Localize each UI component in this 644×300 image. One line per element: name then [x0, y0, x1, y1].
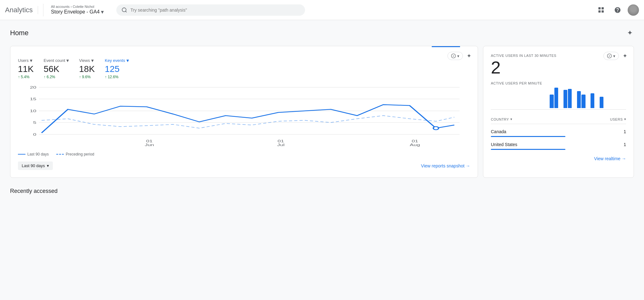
- realtime-bar: [600, 97, 603, 108]
- realtime-bar: [564, 90, 567, 108]
- legend-preceding: Preceding period: [56, 152, 94, 156]
- realtime-bar: [550, 95, 553, 108]
- svg-text:20: 20: [30, 85, 36, 89]
- country-bar-us: [491, 149, 565, 150]
- metric-views-value: 18K: [79, 64, 95, 74]
- users-column-header[interactable]: USERS ▾: [610, 117, 626, 121]
- card-footer: Last 90 days ▾ View reports snapshot →: [18, 161, 470, 170]
- chart-legend: Last 90 days Preceding period: [18, 152, 470, 156]
- country-sort-icon: ▾: [510, 117, 513, 121]
- country-users-canada: 1: [624, 129, 626, 134]
- metric-users-value: 11K: [18, 64, 34, 74]
- page-title-actions: ✦: [626, 28, 634, 38]
- legend-solid-line: [18, 154, 25, 155]
- metric-eventcount-value: 56K: [44, 64, 69, 74]
- search-input[interactable]: [130, 8, 300, 13]
- realtime-bar: [581, 95, 585, 108]
- card-sparkle-button[interactable]: ✦: [465, 51, 473, 61]
- metric-users: Users ▾ 11K ↑ 5.4%: [18, 57, 34, 79]
- svg-text:01: 01: [412, 139, 418, 143]
- chart-svg: 20 15 10 5 0 01 Jun 01 Jul 01 Aug: [18, 84, 470, 147]
- help-button[interactable]: [611, 4, 624, 16]
- country-bar-canada: [491, 136, 565, 137]
- card-header-actions: ▾ ✦: [447, 51, 473, 61]
- metric-eventcount-label[interactable]: Event count ▾: [44, 57, 69, 63]
- country-name-us: United States: [491, 142, 517, 147]
- property-name[interactable]: Story Envelope - GA4 ▾: [51, 8, 104, 15]
- svg-text:5: 5: [33, 121, 36, 124]
- country-table-header: COUNTRY ▾ USERS ▾: [491, 115, 626, 124]
- metric-keyevents-value: 125: [105, 64, 129, 74]
- metric-keyevents-label[interactable]: Key events ▾: [105, 57, 129, 63]
- active-users-count: 2: [491, 59, 626, 76]
- apps-button[interactable]: [595, 4, 608, 16]
- filter-button[interactable]: ▾: [447, 52, 463, 60]
- realtime-filter-icon: [607, 53, 612, 58]
- recently-accessed-section: Recently accessed: [10, 188, 634, 194]
- country-name-canada: Canada: [491, 129, 506, 134]
- avatar[interactable]: [628, 4, 639, 16]
- view-realtime-link[interactable]: View realtime →: [594, 156, 626, 161]
- filter-icon: [451, 53, 456, 58]
- metrics-card: ▾ ✦ Users ▾ 11K ↑ 5.4% Event count: [10, 46, 478, 178]
- metric-key-events: Key events ▾ 125 ↑ 12.6%: [105, 57, 129, 79]
- active-users-per-minute-label: ACTIVE USERS PER MINUTE: [491, 81, 626, 85]
- svg-text:10: 10: [30, 109, 36, 113]
- country-column-header[interactable]: COUNTRY ▾: [491, 117, 512, 121]
- line-chart: 20 15 10 5 0 01 Jun 01 Jul 01 Aug: [18, 84, 470, 147]
- property-chevron-icon: ▾: [101, 8, 104, 15]
- apps-icon: [598, 7, 604, 13]
- legend-dashed-line: [56, 154, 64, 155]
- svg-text:01: 01: [278, 139, 284, 143]
- svg-line-1: [125, 11, 126, 12]
- metric-eventcount-change: ↑ 6.2%: [44, 75, 69, 79]
- realtime-filter-button[interactable]: ▾: [603, 52, 619, 60]
- date-range-chevron-icon: ▾: [47, 163, 49, 168]
- dashboard-grid: ▾ ✦ Users ▾ 11K ↑ 5.4% Event count: [10, 46, 634, 178]
- metric-eventcount-chevron: ▾: [66, 57, 69, 63]
- country-row-canada: Canada 1: [491, 125, 626, 138]
- svg-text:Jun: Jun: [145, 143, 154, 147]
- realtime-card-footer: View realtime →: [491, 151, 626, 161]
- country-row-us: United States 1: [491, 138, 626, 151]
- svg-text:01: 01: [146, 139, 153, 143]
- header-actions: [595, 4, 639, 16]
- metric-views-chevron: ▾: [91, 57, 94, 63]
- help-icon: [614, 7, 621, 14]
- metric-views: Views ▾ 18K ↑ 9.6%: [79, 57, 95, 79]
- realtime-bar: [591, 93, 594, 108]
- metric-views-change: ↑ 9.6%: [79, 75, 95, 79]
- breadcrumb: All accounts › Colette Nichol: [51, 5, 104, 8]
- header-divider: [43, 4, 43, 16]
- metrics-row: Users ▾ 11K ↑ 5.4% Event count ▾ 56K ↑ 6…: [18, 57, 470, 79]
- svg-text:15: 15: [30, 97, 36, 101]
- metric-users-label[interactable]: Users ▾: [18, 57, 34, 63]
- legend-last90: Last 90 days: [18, 152, 49, 156]
- realtime-bar: [554, 88, 558, 108]
- users-sort-icon: ▾: [624, 117, 626, 121]
- page-title-row: Home ✦: [10, 28, 634, 38]
- avatar-image: [628, 4, 639, 16]
- svg-text:Aug: Aug: [410, 143, 420, 147]
- svg-point-0: [122, 8, 126, 12]
- metric-users-chevron: ▾: [30, 57, 32, 63]
- realtime-card-actions: ▾ ✦: [603, 51, 629, 61]
- metric-keyevents-chevron: ▾: [126, 57, 129, 63]
- realtime-sparkle-button[interactable]: ✦: [621, 51, 629, 61]
- page-sparkle-button[interactable]: ✦: [626, 28, 634, 38]
- svg-text:0: 0: [33, 133, 36, 136]
- realtime-filter-chevron: ▾: [613, 54, 615, 58]
- property-selector[interactable]: All accounts › Colette Nichol Story Enve…: [48, 5, 106, 15]
- svg-text:Jul: Jul: [277, 143, 284, 147]
- svg-point-19: [433, 127, 439, 130]
- header: Analytics All accounts › Colette Nichol …: [0, 0, 644, 20]
- search-bar[interactable]: [116, 4, 305, 16]
- date-range-button[interactable]: Last 90 days ▾: [18, 161, 53, 170]
- view-reports-link[interactable]: View reports snapshot →: [421, 163, 470, 168]
- realtime-bar: [577, 91, 581, 108]
- metric-keyevents-change: ↑ 12.6%: [105, 75, 129, 79]
- metric-views-label[interactable]: Views ▾: [79, 57, 95, 63]
- metric-event-count: Event count ▾ 56K ↑ 6.2%: [44, 57, 69, 79]
- recently-accessed-title: Recently accessed: [10, 188, 634, 194]
- page-title: Home: [10, 29, 29, 37]
